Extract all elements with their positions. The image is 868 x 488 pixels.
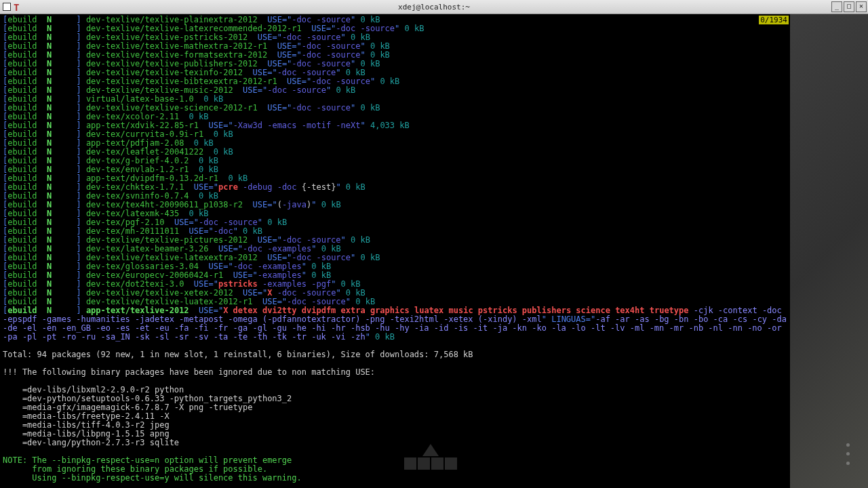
summary-line: Total: 94 packages (92 new, 1 in new slo… xyxy=(3,350,787,359)
desktop-background xyxy=(790,14,868,488)
package-line-final: [ebuild N ] app-text/texlive-2012 USE="X… xyxy=(3,306,787,342)
window-titlebar[interactable]: T xdej@localhost:~ _ □ ✕ xyxy=(0,0,868,14)
close-button[interactable]: ✕ xyxy=(856,1,867,12)
window-icon-1 xyxy=(3,3,11,11)
scroll-indicator: 0/1934 xyxy=(759,16,789,24)
note-line: Using --binpkg-respect-use=y will silenc… xyxy=(3,474,787,483)
menu-dots-icon[interactable] xyxy=(841,441,854,468)
window-title: xdej@localhost:~ xyxy=(398,3,470,12)
warning-line: !!! The following binary packages have b… xyxy=(3,368,787,377)
terminal-icon: T xyxy=(14,2,23,12)
minimize-button[interactable]: _ xyxy=(831,1,842,12)
terminal-area[interactable]: 0/1934 [ebuild N ] dev-texlive/texlive-p… xyxy=(0,14,790,488)
maximize-button[interactable]: □ xyxy=(844,1,854,12)
ignored-package: =dev-lang/python-2.7.3-r3 sqlite xyxy=(3,439,787,447)
